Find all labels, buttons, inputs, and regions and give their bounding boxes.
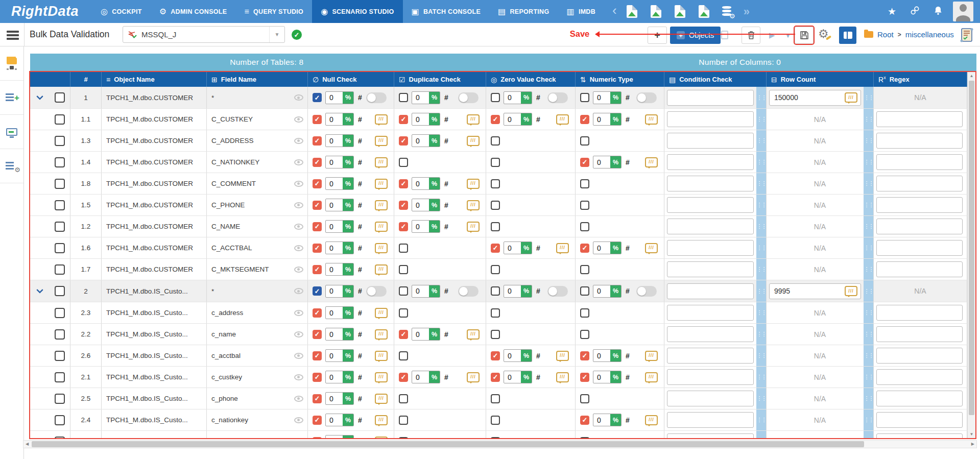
count-hash-label[interactable]: # [626,416,630,424]
comment-bubble-icon[interactable]: /// [556,351,569,361]
zero-value-check-cell-checkbox[interactable] [491,394,500,403]
column-header-regex[interactable]: RxRegex [874,72,967,87]
count-hash-label[interactable]: # [358,265,362,274]
percent-badge[interactable]: % [521,242,532,254]
chevron-down-icon[interactable] [36,92,43,100]
vertical-scroll-thumb[interactable] [969,81,974,415]
threshold-input[interactable]: 0% [325,177,354,190]
duplicate-check-cell-checkbox[interactable] [399,265,408,274]
regex-input[interactable] [876,305,963,321]
percent-badge[interactable]: % [429,285,440,297]
percent-badge[interactable]: % [343,285,353,297]
numeric-type-check-cell-checkbox[interactable] [580,330,589,339]
zero-value-check-cell-checkbox[interactable] [491,201,500,210]
percent-badge[interactable]: % [429,178,440,189]
threshold-input[interactable]: 0% [412,91,440,104]
count-hash-label[interactable]: # [358,137,362,145]
comment-bubble-icon[interactable]: /// [375,179,388,189]
null-check-cell-checkbox[interactable] [313,201,322,210]
threshold-input[interactable]: 0% [593,414,622,426]
row-checkbox[interactable] [55,157,65,167]
threshold-input[interactable]: 0% [593,156,622,168]
condition-input[interactable] [667,133,754,149]
column-drag-handle[interactable]: ⋮⋮ [756,324,766,345]
null-check-cell-checkbox[interactable] [313,437,322,439]
eye-icon[interactable] [294,374,303,380]
duplicate-check-cell-checkbox[interactable] [399,286,408,296]
column-header-object-name[interactable]: ≡Object Name [102,72,207,87]
row-checkbox[interactable] [55,286,65,296]
null-check-cell-checkbox[interactable] [313,179,322,188]
threshold-input[interactable]: 0% [325,199,354,211]
count-hash-label[interactable]: # [358,244,362,252]
column-drag-handle[interactable]: ⋮⋮ [864,237,873,258]
column-header-number[interactable]: # [70,72,102,87]
duplicate-check-cell-checkbox[interactable] [399,115,408,124]
count-hash-label[interactable]: # [536,352,540,360]
comment-bubble-icon[interactable]: /// [467,222,480,232]
hamburger-menu-icon[interactable] [7,31,19,33]
percent-badge[interactable]: % [429,113,440,125]
scenario-scroll-icon[interactable] [959,27,974,45]
count-hash-label[interactable]: # [626,93,630,102]
column-drag-handle[interactable]: ⋮⋮ [756,87,766,108]
column-drag-handle[interactable]: ⋮⋮ [756,345,766,366]
column-drag-handle[interactable]: ⋮⋮ [756,388,766,409]
column-drag-handle[interactable]: ⋮⋮ [864,87,873,108]
threshold-input[interactable]: 0% [412,113,440,126]
condition-input[interactable] [667,111,754,127]
comment-bubble-icon[interactable]: /// [467,114,480,125]
column-drag-handle[interactable]: ⋮⋮ [864,302,873,323]
row-checkbox[interactable] [55,179,65,189]
numeric-type-check-cell-checkbox[interactable] [580,158,589,167]
duplicate-check-cell-checkbox[interactable] [399,351,408,360]
toggle-switch[interactable] [547,92,568,103]
duplicate-check-cell-checkbox[interactable] [399,93,408,102]
duplicate-check-cell-checkbox[interactable] [399,179,408,188]
count-hash-label[interactable]: # [536,115,540,124]
condition-input[interactable] [667,369,754,385]
duplicate-check-cell-checkbox[interactable] [399,394,408,403]
row-checkbox[interactable] [55,351,65,361]
count-hash-label[interactable]: # [444,115,448,124]
column-drag-handle[interactable]: ⋮⋮ [864,173,873,194]
column-drag-handle[interactable]: ⋮⋮ [756,216,766,237]
toggle-switch[interactable] [458,286,479,297]
sidebar-item-folder-tree[interactable] [0,46,23,81]
count-hash-label[interactable]: # [358,373,362,381]
threshold-input[interactable]: 0% [593,285,622,298]
percent-badge[interactable]: % [521,113,532,125]
toggle-switch[interactable] [636,92,657,103]
numeric-type-check-cell-checkbox[interactable] [580,416,589,425]
percent-badge[interactable]: % [521,285,532,297]
percent-badge[interactable]: % [521,92,532,104]
comment-bubble-icon[interactable]: /// [375,200,388,210]
numeric-type-check-cell-checkbox[interactable] [580,115,589,124]
sidebar-item-list-settings[interactable] [0,149,23,183]
percent-badge[interactable]: % [343,92,353,104]
null-check-cell-checkbox[interactable] [313,330,322,339]
regex-input[interactable] [876,154,963,170]
threshold-input[interactable]: 0% [593,349,622,362]
count-hash-label[interactable]: # [358,330,362,339]
scroll-right-arrow-icon[interactable]: ▶ [971,442,974,446]
threshold-input[interactable]: 0% [325,392,354,405]
row-checkbox[interactable] [55,372,65,382]
count-hash-label[interactable]: # [444,180,448,188]
nav-item-scenario-studio[interactable]: ◉SCENARIO STUDIO [312,0,402,23]
comment-bubble-icon[interactable]: /// [375,157,388,167]
count-hash-label[interactable]: # [626,244,630,252]
percent-badge[interactable]: % [610,92,621,104]
eye-icon[interactable] [294,224,303,230]
duplicate-check-cell-checkbox[interactable] [399,373,408,382]
threshold-input[interactable]: 0% [325,134,354,147]
percent-badge[interactable]: % [610,113,621,125]
breadcrumb-current[interactable]: miscellaneous [905,30,954,39]
comment-bubble-icon[interactable]: /// [467,200,480,210]
save-button[interactable] [795,27,814,44]
numeric-type-check-cell-checkbox[interactable] [580,201,589,210]
count-hash-label[interactable]: # [444,330,448,339]
add-button[interactable]: + [648,27,667,44]
percent-badge[interactable]: % [429,371,440,383]
percent-badge[interactable]: % [610,242,621,254]
